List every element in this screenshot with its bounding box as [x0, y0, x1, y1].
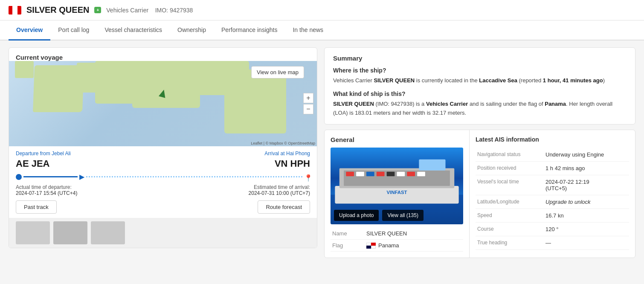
tab-overview[interactable]: Overview	[9, 20, 50, 41]
route-forecast-button[interactable]: Route forecast	[258, 200, 310, 214]
name-label: Name	[331, 228, 365, 240]
svg-rect-1	[335, 186, 458, 203]
heading-label: True heading	[476, 236, 544, 250]
ais-row-lat-lon: Latitude/Longitude Upgrade to unlock	[476, 195, 629, 209]
general-info-table: Name SILVER QUEEN Flag	[331, 228, 463, 252]
ais-row-heading: True heading —	[476, 236, 629, 250]
departure-time-block: Actual time of departure: 2024-07-17 15:…	[16, 184, 77, 196]
course-label: Course	[476, 223, 544, 236]
svg-rect-10	[407, 172, 415, 176]
route-ports-labels: Departure from Jebel Ali Arrival at Hai …	[16, 151, 310, 156]
svg-rect-9	[397, 172, 405, 176]
general-title: General	[331, 136, 463, 143]
summary-card: Summary Where is the ship? Vehicles Carr…	[324, 47, 635, 125]
departure-label: Departure from Jebel Ali	[16, 151, 71, 156]
position-received-label: Position received	[476, 162, 544, 175]
ais-title: Latest AIS information	[476, 136, 629, 143]
main-nav: Overview Port call log Vessel characteri…	[0, 20, 644, 41]
vessel-meta: Vehicles Carrier IMO: 9427938	[106, 7, 193, 14]
position-received-value: 1 h 42 mins ago	[544, 162, 629, 175]
speed-label: Speed	[476, 209, 544, 223]
past-track-button[interactable]: Past track	[16, 200, 57, 214]
tab-port-call-log[interactable]: Port call log	[50, 20, 97, 41]
what-kind-question: What kind of ship is this?	[333, 90, 627, 97]
right-column: Summary Where is the ship? Vehicles Carr…	[324, 47, 635, 258]
ais-row-speed: Speed 16.7 kn	[476, 209, 629, 223]
heading-value: —	[544, 236, 629, 250]
route-progress-bar: ▶ 📍	[16, 173, 310, 181]
local-time-label: Vessel's local time	[476, 175, 544, 195]
ais-row-local-time: Vessel's local time 2024-07-22 12:19(UTC…	[476, 175, 629, 195]
name-value: SILVER QUEEN	[365, 228, 463, 240]
upload-photo-button[interactable]: Upload a photo	[334, 210, 379, 221]
what-kind-answer: SILVER QUEEN (IMO: 9427938) is a Vehicle…	[333, 100, 627, 118]
summary-title: Summary	[333, 55, 627, 62]
departure-code: AE JEA	[16, 158, 49, 169]
route-arrow-icon: ▶	[79, 173, 84, 181]
flag-value: Panama	[365, 240, 463, 252]
svg-rect-7	[377, 172, 385, 176]
vessel-tag: +	[94, 7, 101, 13]
route-buttons: Past track Route forecast	[16, 200, 310, 214]
flag-label: Flag	[331, 240, 365, 252]
svg-rect-5	[356, 172, 364, 176]
tab-in-the-news[interactable]: In the news	[285, 20, 331, 41]
zoom-in-button[interactable]: +	[303, 93, 313, 103]
lat-lon-label: Latitude/Longitude	[476, 195, 544, 209]
left-column: Current voyage	[9, 47, 317, 258]
ship-photo: VINFAST Upload a photo View all (135)	[331, 148, 463, 224]
ais-info-table: Navigational status Underway using Engin…	[476, 148, 629, 250]
svg-rect-4	[346, 172, 354, 176]
general-row-flag: Flag Panama	[331, 240, 463, 252]
arrival-time-block: Estimated time of arrival: 2024-07-31 10…	[249, 184, 310, 196]
general-section: General	[325, 130, 470, 258]
voyage-map: View on live map + − Leaflet | © Mapbox …	[9, 61, 317, 146]
tab-performance-insights[interactable]: Performance insights	[214, 20, 285, 41]
route-section: Departure from Jebel Ali Arrival at Hai …	[9, 146, 317, 218]
arrival-label: Arrival at Hai Phong	[264, 151, 310, 156]
svg-rect-12	[419, 159, 445, 171]
current-voyage-title: Current voyage	[9, 48, 317, 61]
general-ais-card: General	[324, 130, 635, 258]
route-times: Actual time of departure: 2024-07-17 15:…	[16, 184, 310, 196]
flag-icon	[9, 6, 21, 14]
tab-ownership[interactable]: Ownership	[170, 20, 214, 41]
ais-section: Latest AIS information Navigational stat…	[470, 130, 635, 258]
thumbnail-strip	[9, 218, 317, 248]
where-is-ship-answer: Vehicles Carrier SILVER QUEEN is current…	[333, 76, 627, 85]
svg-rect-8	[387, 172, 395, 176]
local-time-value: 2024-07-22 12:19(UTC+5)	[544, 175, 629, 195]
where-is-ship-question: Where is the ship?	[333, 67, 627, 74]
arrival-time-value: 2024-07-31 10:00 (UTC+7)	[249, 190, 310, 196]
photo-overlay: Upload a photo View all (135)	[334, 210, 424, 221]
tab-vessel-characteristics[interactable]: Vessel characteristics	[97, 20, 170, 41]
ship-position-marker	[160, 90, 166, 97]
departure-time-value: 2024-07-17 15:54 (UTC+4)	[16, 190, 77, 196]
route-filled-line	[23, 176, 78, 177]
vessel-name: SILVER QUEEN	[26, 5, 89, 15]
svg-rect-6	[366, 172, 374, 176]
general-row-name: Name SILVER QUEEN	[331, 228, 463, 240]
current-voyage-card: Current voyage	[9, 47, 317, 248]
port-codes: AE JEA VN HPH	[16, 158, 310, 169]
main-content: Current voyage	[0, 41, 644, 265]
ais-row-position-received: Position received 1 h 42 mins ago	[476, 162, 629, 175]
nav-status-label: Navigational status	[476, 148, 544, 162]
zoom-out-button[interactable]: −	[303, 104, 313, 114]
course-value: 120 °	[544, 223, 629, 236]
view-all-photos-button[interactable]: View all (135)	[382, 210, 423, 221]
ais-row-course: Course 120 °	[476, 223, 629, 236]
view-live-map-button[interactable]: View on live map	[251, 66, 304, 78]
nav-status-value: Underway using Engine	[544, 148, 629, 162]
panama-flag-icon	[366, 243, 376, 249]
lat-lon-value: Upgrade to unlock	[544, 195, 629, 209]
speed-value: 16.7 kn	[544, 209, 629, 223]
thumbnail-3	[91, 221, 125, 244]
svg-rect-11	[417, 172, 425, 176]
page-header: SILVER QUEEN + Vehicles Carrier IMO: 942…	[0, 0, 644, 20]
map-zoom-controls: + −	[303, 93, 313, 114]
arrival-pin-icon: 📍	[304, 174, 310, 180]
svg-text:VINFAST: VINFAST	[386, 190, 407, 195]
map-attribution: Leaflet | © Mapbox © OpenStreetMap	[251, 141, 315, 145]
arrival-code: VN HPH	[275, 158, 310, 169]
